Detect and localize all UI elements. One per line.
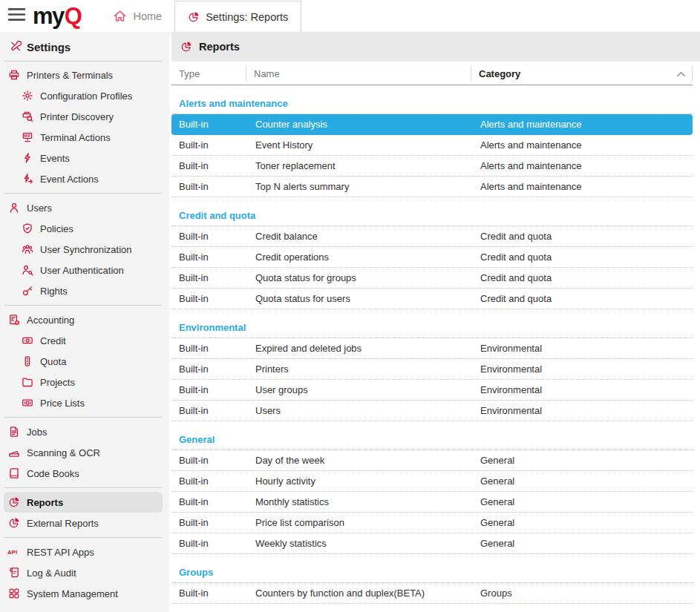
sidebar-item-jobs[interactable]: Jobs	[0, 421, 169, 442]
printer-icon	[7, 69, 21, 81]
sidebar-item-credit[interactable]: Credit	[0, 330, 169, 351]
sidebar-item-printer-discovery[interactable]: Printer Discovery	[0, 106, 169, 127]
sidebar-item-events[interactable]: Events	[0, 148, 169, 168]
tab-bar: HomeSettings: Reports	[100, 0, 301, 32]
sidebar-item-user-authentication[interactable]: User Authentication	[0, 260, 169, 280]
logo-text-my: my	[33, 4, 64, 27]
tab-label: Home	[133, 10, 162, 22]
cell-type: Built-in	[171, 517, 246, 528]
table-row[interactable]: Built-inMonthly statisticsGeneral	[171, 492, 693, 513]
sidebar-item-user-synchronization[interactable]: User Synchronization	[0, 239, 169, 260]
table-row[interactable]: Built-inHourly activityGeneral	[171, 471, 693, 492]
sidebar-item-quota[interactable]: Quota	[0, 351, 169, 372]
sort-asc-icon	[676, 71, 686, 77]
users-group-icon	[21, 243, 34, 255]
cell-name: Credit operations	[246, 251, 471, 263]
table-row[interactable]: Built-inDay of the weekGeneral	[171, 450, 693, 471]
column-header-type[interactable]: Type	[171, 66, 246, 82]
cell-type: Built-in	[171, 181, 246, 192]
cell-category: Alerts and maintenance	[471, 139, 693, 151]
table-row[interactable]: Built-inCredit operationsCredit and quot…	[171, 247, 693, 268]
table-row[interactable]: Built-inCounters by function and duplex(…	[171, 583, 693, 604]
user-key-icon	[21, 264, 34, 276]
sidebar-nav: Printers & TerminalsConfiguration Profil…	[0, 65, 169, 604]
main-panel: Reports TypeNameCategory Alerts and main…	[169, 32, 700, 612]
table-row[interactable]: Built-inCredit balanceCredit and quota	[171, 226, 693, 247]
table-row[interactable]: Built-inUser groupsEnvironmental	[171, 380, 693, 401]
log-scroll-icon	[7, 567, 21, 579]
sidebar-item-rights[interactable]: Rights	[0, 280, 169, 301]
sidebar-item-label: Policies	[40, 223, 73, 234]
hamburger-menu-button[interactable]	[0, 0, 33, 32]
sidebar-item-log-audit[interactable]: Log & Audit	[0, 562, 169, 583]
sidebar-item-policies[interactable]: Policies	[0, 218, 169, 239]
sidebar-item-label: External Reports	[27, 518, 99, 529]
table-row[interactable]: Built-inTop N alerts summaryAlerts and m…	[171, 177, 693, 197]
sidebar-item-code-books[interactable]: Code Books	[0, 463, 169, 484]
sidebar-item-label: Quota	[40, 356, 66, 367]
sidebar-item-reports[interactable]: Reports	[4, 492, 163, 513]
pie-chart-icon	[188, 11, 200, 23]
column-header-name[interactable]: Name	[246, 66, 471, 82]
cell-type: Built-in	[171, 251, 246, 263]
sidebar-item-label: Printer Discovery	[40, 111, 114, 122]
table-row[interactable]: Built-inQuota status for usersCredit and…	[171, 289, 693, 309]
price-list-icon	[21, 397, 34, 409]
sidebar-item-label: Accounting	[27, 315, 74, 326]
sidebar-item-scanning-ocr[interactable]: Scanning & OCR	[0, 442, 169, 463]
report-group: Alerts and maintenanceBuilt-inCounter an…	[171, 97, 693, 197]
sidebar-divider	[4, 417, 162, 418]
table-row[interactable]: Built-inToner replacementAlerts and main…	[171, 156, 693, 177]
sidebar-item-users[interactable]: Users	[0, 197, 169, 218]
gear-icon	[21, 90, 34, 102]
shield-check-icon	[21, 223, 34, 234]
cell-category: General	[471, 517, 693, 528]
cell-category: General	[471, 455, 693, 466]
sidebar-item-rest-api-apps[interactable]: APIREST API Apps	[0, 542, 169, 562]
sidebar-item-price-lists[interactable]: Price Lists	[0, 392, 169, 413]
sidebar-item-printers-terminals[interactable]: Printers & Terminals	[0, 65, 169, 85]
column-header-category[interactable]: Category	[471, 66, 693, 82]
app-body: Settings Printers & TerminalsConfigurati…	[0, 32, 700, 612]
lightning-arrow-icon	[21, 173, 34, 185]
table-row[interactable]: Built-inPrintersEnvironmental	[171, 359, 693, 380]
cell-type: Built-in	[171, 405, 246, 416]
tab-settings-reports[interactable]: Settings: Reports	[174, 1, 301, 32]
sidebar-item-projects[interactable]: Projects	[0, 372, 169, 392]
tab-home[interactable]: Home	[100, 0, 174, 32]
sidebar-item-label: Scanning & OCR	[27, 447, 100, 458]
cell-category: Environmental	[471, 405, 693, 416]
lightning-icon	[21, 152, 34, 164]
cell-name: Price list comparison	[246, 517, 471, 528]
cell-category: Alerts and maintenance	[471, 119, 693, 130]
traffic-light-icon	[21, 355, 34, 367]
sidebar-item-accounting[interactable]: Accounting	[0, 309, 169, 330]
cell-type: Built-in	[171, 363, 246, 375]
sidebar-item-terminal-actions[interactable]: Terminal Actions	[0, 127, 169, 148]
sidebar-item-external-reports[interactable]: External Reports	[0, 513, 169, 533]
user-icon	[7, 202, 21, 214]
pie-chart-icon	[7, 496, 21, 508]
banknote-icon	[21, 335, 34, 346]
pie-chart-icon	[7, 517, 21, 529]
cell-category: Credit and quota	[471, 231, 693, 242]
cell-name: Monthly statistics	[246, 496, 471, 507]
table-row[interactable]: Built-inPrice list comparisonGeneral	[171, 513, 693, 533]
sidebar-item-event-actions[interactable]: Event Actions	[0, 168, 169, 189]
sidebar-item-system-management[interactable]: System Management	[0, 583, 169, 604]
sidebar-item-label: User Synchronization	[40, 244, 132, 255]
cell-name: Toner replacement	[246, 160, 471, 171]
cell-name: Day of the week	[246, 455, 471, 466]
table-row[interactable]: Built-inQuota status for groupsCredit an…	[171, 268, 693, 289]
table-row[interactable]: Built-inExpired and deleted jobsEnvironm…	[171, 338, 693, 359]
table-row[interactable]: Built-inCounter analysisAlerts and maint…	[171, 114, 693, 135]
cell-type: Built-in	[171, 160, 246, 171]
table-row[interactable]: Built-inEvent HistoryAlerts and maintena…	[171, 135, 693, 156]
sidebar-item-configuration-profiles[interactable]: Configuration Profiles	[0, 85, 169, 106]
sidebar-item-label: System Management	[27, 588, 118, 599]
table-row[interactable]: Built-inUsersEnvironmental	[171, 401, 693, 421]
table-row[interactable]: Built-inWeekly statisticsGeneral	[171, 533, 693, 554]
cell-category: Credit and quota	[471, 251, 693, 263]
sidebar-item-label: Projects	[40, 377, 75, 388]
cell-category: General	[471, 476, 693, 487]
